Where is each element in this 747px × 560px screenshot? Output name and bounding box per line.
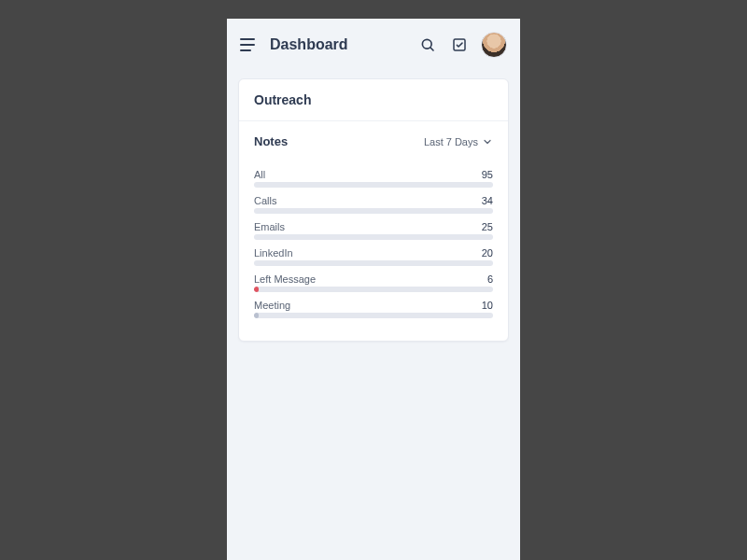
date-range-label: Last 7 Days (424, 136, 478, 147)
bar-row[interactable]: All95 (254, 161, 493, 188)
bar-value: 34 (482, 195, 493, 206)
bar-row[interactable]: LinkedIn20 (254, 240, 493, 266)
bar-fill (254, 287, 259, 292)
menu-icon[interactable] (240, 35, 259, 54)
bar-value: 25 (482, 221, 493, 232)
bar-value: 20 (482, 247, 493, 259)
bar-label: Left Message (254, 273, 316, 285)
chevron-down-icon (482, 136, 493, 147)
svg-rect-2 (454, 39, 465, 50)
search-icon[interactable] (417, 35, 438, 55)
bar-track (254, 208, 493, 214)
bar-row[interactable]: Meeting10 (254, 292, 493, 318)
bar-row[interactable]: Emails25 (254, 214, 493, 240)
bar-track (254, 182, 493, 188)
top-bar: Dashboard (227, 19, 520, 67)
bar-label: LinkedIn (254, 247, 293, 259)
date-range-dropdown[interactable]: Last 7 Days (424, 136, 493, 147)
bar-label: All (254, 169, 265, 180)
app-frame: Dashboard Outreach Notes Last 7 Days All… (227, 19, 520, 560)
page-title: Dashboard (270, 36, 348, 53)
bar-label: Emails (254, 221, 285, 232)
card-subheader: Notes Last 7 Days (239, 121, 508, 156)
bar-row[interactable]: Calls34 (254, 188, 493, 214)
section-label: Notes (254, 134, 288, 148)
outreach-card: Outreach Notes Last 7 Days All95Calls34E… (238, 78, 509, 342)
bar-value: 6 (487, 273, 493, 285)
bar-value: 10 (482, 300, 493, 311)
bar-value: 95 (482, 169, 493, 180)
tasks-icon[interactable] (449, 35, 470, 55)
bar-label: Calls (254, 195, 276, 206)
notes-bar-list: All95Calls34Emails25LinkedIn20Left Messa… (239, 156, 508, 341)
avatar[interactable] (481, 32, 507, 58)
svg-line-1 (430, 48, 433, 50)
bar-track (254, 287, 493, 292)
bar-label: Meeting (254, 300, 290, 311)
bar-track (254, 260, 493, 266)
bar-track (254, 313, 493, 318)
bar-row[interactable]: Left Message6 (254, 266, 493, 292)
card-title: Outreach (239, 79, 508, 121)
bar-fill (254, 313, 259, 318)
bar-track (254, 234, 493, 240)
